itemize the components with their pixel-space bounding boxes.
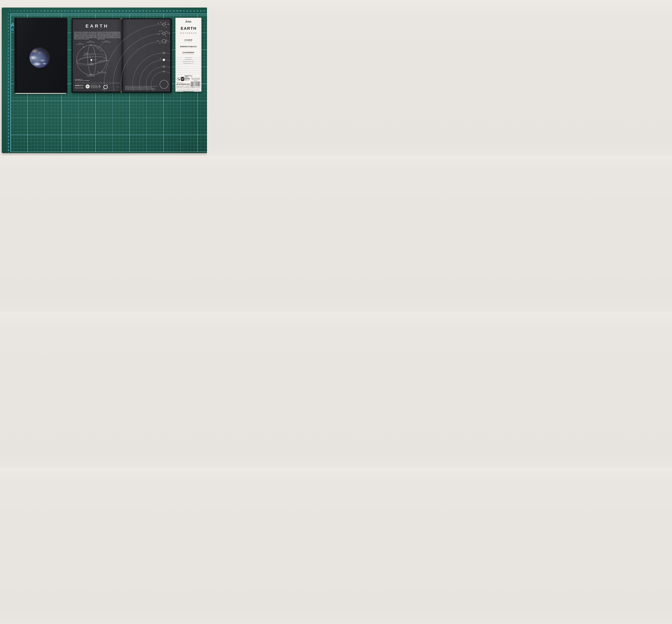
top-ruler-number: 5 (27, 10, 28, 12)
suck-uk-url: www.suck.uk.com (75, 87, 83, 88)
page-title: EARTH (84, 23, 109, 29)
top-ruler-number: 47 (169, 10, 171, 12)
top-ruler-number: 58 (207, 10, 207, 12)
notebook-spine (15, 18, 17, 93)
moon (160, 43, 160, 44)
card-play-icon: ▶ (191, 75, 192, 77)
label-north-ecliptic-pole: NORTH ECLIPTIC POLE (76, 43, 84, 45)
paper-spec-lines: LINED/GRID LIGNÉ/GRILLÉ GEFÜTTERT/GITTER… (176, 57, 201, 64)
top-ruler-number: 15 (60, 10, 62, 12)
top-ruler-number: 3 (20, 10, 21, 12)
moon (158, 40, 158, 41)
top-ruler-number: 9 (41, 10, 42, 12)
planet-earth (163, 59, 165, 61)
top-ruler-number: 21 (81, 10, 83, 12)
top-ruler-number: 14 (57, 10, 59, 12)
closed-earth-notebook[interactable] (15, 18, 67, 93)
left-ruler-number: 36 (7, 135, 9, 137)
left-ruler-number: 4 (7, 27, 9, 28)
left-ruler-number: 16 (7, 68, 9, 70)
top-ruler-number: 31 (115, 10, 117, 12)
top-ruler-number: 22 (84, 10, 86, 12)
left-ruler-number: 40 (7, 149, 9, 151)
card-pap-label: PAP (187, 80, 190, 81)
card-title: EARTH (176, 26, 201, 31)
notebook-page-edges (15, 93, 66, 94)
tm-mark: ™ (83, 84, 84, 85)
left-ruler-number: 23 (7, 91, 9, 93)
left-ruler-number: 20 (7, 81, 9, 83)
top-ruler-number: 28 (105, 10, 107, 12)
moon (165, 22, 166, 23)
top-ruler-number: 27 (101, 10, 103, 12)
left-ruler-number: 15 (7, 64, 9, 66)
top-ruler-number: 2 (17, 10, 18, 12)
top-ruler-number: 19 (74, 10, 76, 12)
recycle-note: Please recycle this packaging. Veuillez … (190, 78, 201, 82)
left-ruler-number: 38 (7, 142, 9, 144)
left-ruler-number: 6 (7, 34, 9, 35)
top-ruler-number: 49 (176, 10, 178, 12)
left-ruler-number: 9 (7, 44, 9, 45)
top-ruler-number: 11 (47, 10, 49, 12)
pap-label: PAP (98, 87, 101, 88)
moon (167, 32, 168, 32)
top-ruler-number: 44 (159, 10, 161, 12)
top-ruler-number: 33 (122, 10, 124, 12)
label-north-celestial-pole: NORTH CELESTIAL POLE (86, 41, 95, 43)
pap-22-icon: 22 PAP (98, 85, 101, 88)
left-ruler-number: 5 (7, 30, 9, 32)
moon (160, 31, 160, 32)
barcode-number: 5060576596562 (190, 86, 201, 88)
mat-size-letter-a: A (11, 22, 15, 28)
mat-frame-vertical (10, 14, 11, 152)
left-ruler-number: 29 (7, 112, 9, 114)
top-ruler-number: 20 (78, 10, 79, 12)
label-spring-equinox: SPRING EQUINOX (89, 63, 94, 66)
label-earth: EARTH (93, 59, 97, 60)
left-ruler-number: 7 (7, 37, 9, 38)
left-ruler-number: 31 (7, 119, 9, 121)
label-south-ecliptic-pole: SOUTH ECLIPTIC POLE (99, 72, 107, 74)
recycled-paper-text: 100% Recycled Paper Papier 100% Recyclé … (90, 85, 98, 88)
card-suck-light: UK (189, 75, 191, 77)
left-ruler-number: 8 (7, 41, 9, 42)
top-ruler-number: 17 (67, 10, 69, 12)
orbit-path (113, 33, 172, 93)
top-ruler-number: 43 (156, 10, 158, 12)
top-ruler-number: 57 (203, 10, 205, 12)
left-ruler-number: 41 (7, 153, 9, 153)
pap-21-icon: 21 PAP (187, 77, 190, 81)
spine-headband-top (120, 19, 122, 19)
top-ruler-number: 12 (50, 10, 52, 12)
title-french: CAHIER (176, 39, 201, 41)
left-ruler-number: 28 (7, 108, 9, 110)
left-ruler-number: 24 (7, 95, 9, 97)
credits-text: Designed by Yee-Ling Lau for SUCK UK. Fa… (125, 86, 169, 90)
packaging-insert-card[interactable]: Orbit EARTH NOTEBOOK CAHIER DE TERRE ERD… (176, 18, 201, 92)
top-ruler-number: 18 (71, 10, 73, 12)
spine-headband-bottom (120, 92, 122, 93)
top-ruler-number: 4 (24, 10, 25, 12)
diagram-caption: DIAGRAM OF THE CELESTIAL SPHERE (75, 79, 89, 81)
top-ruler-number: 40 (145, 10, 147, 12)
top-ruler-number: 50 (180, 10, 182, 12)
triman-fr-label: FR (181, 77, 182, 78)
moon (166, 27, 167, 28)
open-notebook-spread[interactable]: EARTH Earth was formed 4.5 billion years… (72, 18, 172, 93)
left-ruler-number: 19 (7, 78, 9, 80)
left-ruler-number: 34 (7, 129, 9, 131)
card-subtitle: NOTEBOOK (176, 32, 201, 34)
top-ruler-number: 45 (162, 10, 164, 12)
moon (168, 24, 169, 24)
intro-paragraph-2: Earth has a circumference of approximate… (97, 32, 120, 40)
top-ruler-number: 25 (95, 10, 97, 12)
die-cut-shadow (29, 47, 50, 68)
moon (166, 43, 166, 43)
suck-uk-logo: suckUK▶™ (75, 84, 84, 86)
card-batch: BATCH 7977 (177, 82, 183, 83)
subtitle-french: DE TERRE (176, 41, 201, 42)
recycle-icon: ♻ (86, 84, 90, 88)
product-name-en-fr: EARTH NOTEBOOK | CAHIER DE TERRE (177, 85, 193, 86)
left-ruler-number: 27 (7, 105, 9, 107)
